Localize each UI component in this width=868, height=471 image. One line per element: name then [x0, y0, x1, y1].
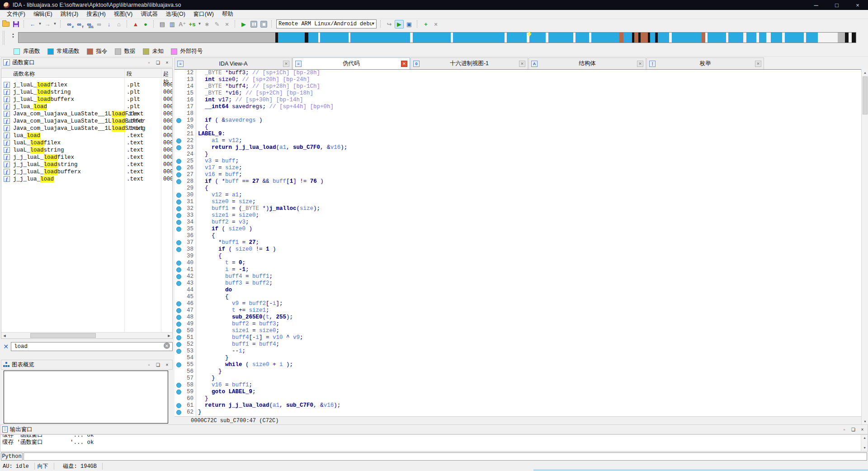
search-binary-button[interactable]: ∞101 — [85, 20, 94, 29]
breakpoint-dot[interactable] — [176, 166, 181, 171]
scroll-up-icon[interactable]: ▲ — [862, 69, 868, 76]
function-row[interactable]: fj_j_luaL_loadbufferx.text0002 — [1, 168, 172, 176]
back-button[interactable]: ← — [28, 20, 37, 29]
menu-item-3[interactable]: 搜索(H) — [82, 10, 109, 19]
start-process-button[interactable]: ▶ — [239, 20, 248, 29]
breakpoint-dot[interactable] — [176, 403, 181, 408]
code-line-42[interactable]: 42buff4 = buff1; — [175, 273, 861, 280]
scroll-right-icon[interactable]: ► — [166, 333, 172, 338]
jump-address-button[interactable]: ↓ — [104, 20, 113, 29]
output-restore-button[interactable]: ▫ — [841, 427, 848, 433]
code-line-56[interactable]: 56} — [175, 368, 861, 375]
breakpoint-dot[interactable] — [176, 301, 181, 306]
breakpoint-gutter[interactable] — [176, 132, 181, 137]
breakpoint-dot[interactable] — [176, 247, 181, 252]
code-line-19[interactable]: 19if ( &savedregs ) — [175, 117, 861, 124]
code-line-50[interactable]: 50size1 = size0; — [175, 328, 861, 334]
code-line-25[interactable]: 25v3 = buff; — [175, 158, 861, 165]
breakpoint-dot[interactable] — [176, 200, 181, 205]
breakpoint-dot[interactable] — [176, 362, 181, 367]
scroll-down-icon[interactable]: ▼ — [861, 445, 868, 451]
forward-caret[interactable]: ▼ — [53, 20, 57, 29]
breakpoint-dot[interactable] — [176, 281, 181, 286]
breakpoint-dot[interactable] — [176, 328, 181, 333]
breakpoint-dot[interactable] — [176, 410, 181, 415]
snippets-button[interactable]: ∗ — [203, 20, 212, 29]
code-line-27[interactable]: 27v16 = buff; — [175, 171, 861, 178]
search-text-button[interactable]: ∞T — [75, 20, 84, 29]
auto-analysis-indicator[interactable]: ● — [141, 20, 150, 29]
output-vscrollbar[interactable]: ▲ ▼ — [861, 435, 868, 451]
breakpoint-dot[interactable] — [176, 390, 181, 395]
menu-item-2[interactable]: 跳转(J) — [57, 10, 83, 19]
breakpoint-dot[interactable] — [176, 159, 181, 164]
column-name[interactable]: 函数名称 — [13, 70, 35, 78]
code-line-41[interactable]: 41i = -1; — [175, 266, 861, 273]
function-row[interactable]: fj_luaL_loadfilex.plt0000 — [1, 81, 172, 89]
column-segment[interactable]: 段 — [127, 70, 132, 78]
code-line-43[interactable]: 43buff3 = buff2; — [175, 280, 861, 287]
breakpoint-dot[interactable] — [176, 322, 181, 327]
stop-process-button[interactable] — [259, 20, 268, 29]
code-line-21[interactable]: 21LABEL_9: — [175, 131, 861, 138]
graph-close-button[interactable]: × — [164, 362, 170, 368]
breakpoint-dot[interactable] — [176, 349, 181, 354]
code-line-18[interactable]: 18 — [175, 110, 861, 117]
code-line-61[interactable]: 61return j_j_lua_load(a1, sub_C7F0, &v16… — [175, 402, 861, 409]
make-data-button[interactable]: ▥ — [168, 20, 177, 29]
breakpoint-gutter[interactable] — [176, 91, 181, 96]
code-line-58[interactable]: 58v16 = buff1; — [175, 382, 861, 389]
python-input[interactable] — [24, 452, 867, 461]
menu-item-4[interactable]: 视图(V) — [110, 10, 137, 19]
code-line-28[interactable]: 28if ( *buff == 27 && buff[1] != 76 ) — [175, 178, 861, 185]
edit-button[interactable]: ✎ — [212, 20, 222, 29]
problems-list-button[interactable]: ▲ — [131, 20, 140, 29]
pseudocode-vscrollbar[interactable]: ▲ ▼ — [861, 69, 868, 424]
code-line-12[interactable]: 12_BYTE *buff3; // [sp+1Ch] [bp-28h] — [175, 70, 861, 76]
code-line-53[interactable]: 53--i; — [175, 348, 861, 355]
code-line-46[interactable]: 46v9 = buff2[-i]; — [175, 300, 861, 307]
breakpoint-dot[interactable] — [176, 342, 181, 347]
breakpoint-dot[interactable] — [176, 315, 181, 320]
vscroll-thumb[interactable] — [863, 76, 868, 114]
code-line-40[interactable]: 40t = 0; — [175, 260, 861, 266]
scroll-up-icon[interactable]: ▲ — [861, 435, 868, 441]
function-row[interactable]: fj_j_lua_load.text0002 — [1, 176, 172, 183]
output-float-button[interactable]: ❏ — [850, 427, 857, 433]
code-line-37[interactable]: 37*buff1 = 27; — [175, 239, 861, 246]
code-line-20[interactable]: 20{ — [175, 124, 861, 131]
create-function-button[interactable]: +s — [188, 20, 197, 29]
code-line-13[interactable]: 13int size0; // [sp+20h] [bp-24h] — [175, 76, 861, 83]
breakpoint-dot[interactable] — [176, 274, 181, 279]
breakpoint-dot[interactable] — [176, 213, 181, 218]
function-row[interactable]: fj_lua_load.plt0000 — [1, 103, 172, 110]
menu-item-7[interactable]: 窗口(W) — [189, 10, 218, 19]
functions-hscrollbar[interactable]: ◄ ► — [1, 332, 172, 338]
breakpoint-dot[interactable] — [176, 267, 181, 272]
breakpoint-gutter[interactable] — [176, 396, 181, 401]
navigation-band[interactable] — [18, 32, 856, 43]
attach-process-button[interactable]: ↪ — [385, 20, 394, 29]
breakpoint-dot[interactable] — [176, 145, 181, 150]
tab-枚举[interactable]: ⋮枚举✕ — [646, 57, 764, 69]
breakpoint-gutter[interactable] — [176, 288, 181, 293]
remove-watch-button[interactable]: × — [431, 20, 440, 29]
back-caret[interactable]: ▼ — [38, 20, 42, 29]
breakpoint-dot[interactable] — [176, 335, 181, 340]
breakpoint-dot[interactable] — [176, 193, 181, 198]
continue-process-button[interactable]: ▶ — [395, 20, 404, 29]
delete-button[interactable]: × — [222, 20, 231, 29]
tab-十六进制视图-1[interactable]: 0十六进制视图-1✕ — [410, 57, 528, 69]
code-line-39[interactable]: 39{ — [175, 253, 861, 260]
function-row[interactable]: fj_luaL_loadstring.plt0000 — [1, 89, 172, 96]
forward-button[interactable]: → — [43, 20, 52, 29]
create-function-caret[interactable]: ▼ — [198, 20, 202, 29]
menu-item-8[interactable]: 帮助 — [218, 10, 237, 19]
functions-table-header[interactable]: 函数名称 段 起始 — [1, 69, 172, 78]
code-line-60[interactable]: 60} — [175, 395, 861, 402]
breakpoint-dot[interactable] — [176, 240, 181, 245]
hscroll-thumb[interactable] — [30, 333, 96, 338]
search-immediate-button[interactable]: ∞# — [65, 20, 74, 29]
code-line-49[interactable]: 49buff2 = buff3; — [175, 321, 861, 328]
breakpoint-dot[interactable] — [176, 118, 181, 123]
